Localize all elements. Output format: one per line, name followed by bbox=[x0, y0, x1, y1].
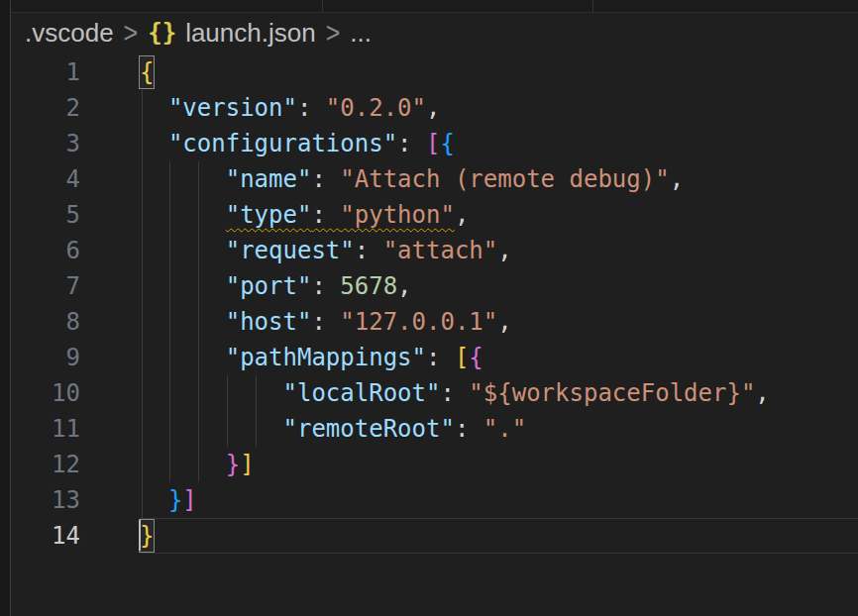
text-cursor bbox=[139, 520, 141, 551]
code-line-5[interactable]: 5 "type": "python", bbox=[11, 197, 858, 233]
token-key: "remoteRoot" bbox=[283, 415, 455, 443]
code-text: }] bbox=[140, 451, 255, 478]
token-pn: : bbox=[397, 130, 426, 157]
line-number[interactable]: 5 bbox=[11, 197, 80, 233]
token-str: "${workspaceFolder}" bbox=[469, 379, 755, 407]
token-b1-bracket-match: { bbox=[139, 55, 155, 89]
token-b2: [ bbox=[426, 130, 440, 157]
code-text: "host": "127.0.0.1", bbox=[140, 308, 512, 336]
code-content: "pathMappings": [{ bbox=[140, 340, 858, 375]
line-number[interactable]: 9 bbox=[11, 340, 80, 375]
code-line-4[interactable]: 4 "name": "Attach (remote debug)", bbox=[11, 161, 858, 197]
line-number[interactable]: 13 bbox=[11, 482, 80, 518]
line-number[interactable]: 2 bbox=[11, 90, 80, 126]
token-pn: : bbox=[440, 379, 469, 407]
breadcrumb: .vscode > {} launch.json > ... bbox=[11, 13, 858, 52]
token-key: "type" bbox=[226, 201, 312, 229]
tab-separator bbox=[322, 0, 323, 12]
code-line-2[interactable]: 2 "version": "0.2.0", bbox=[11, 90, 858, 126]
token-str: "attach" bbox=[383, 237, 498, 264]
code-content: "localRoot": "${workspaceFolder}", bbox=[140, 375, 858, 411]
code-editor[interactable]: 1{2 "version": "0.2.0",3 "configurations… bbox=[11, 54, 858, 554]
token-key: "host" bbox=[226, 308, 312, 336]
token-pn: : bbox=[311, 308, 340, 336]
line-number[interactable]: 3 bbox=[11, 126, 80, 161]
token-pn: , bbox=[497, 237, 511, 264]
code-content: } bbox=[140, 518, 858, 554]
token-str: "0.2.0" bbox=[326, 94, 426, 122]
token-str: "python" bbox=[340, 201, 455, 229]
code-content: "host": "127.0.0.1", bbox=[140, 304, 858, 340]
line-number[interactable]: 6 bbox=[11, 233, 80, 268]
token-key: "port" bbox=[226, 272, 312, 300]
code-text: { bbox=[140, 58, 154, 86]
code-line-13[interactable]: 13 }] bbox=[11, 482, 858, 518]
token-key: "name" bbox=[226, 165, 312, 193]
line-number[interactable]: 1 bbox=[11, 54, 80, 90]
code-text: } bbox=[140, 522, 154, 550]
token-pn: : bbox=[426, 344, 455, 371]
code-content: "version": "0.2.0", bbox=[140, 90, 858, 126]
token-pn: , bbox=[755, 379, 769, 407]
breadcrumb-file[interactable]: launch.json bbox=[185, 18, 316, 49]
code-content: "type": "python", bbox=[140, 197, 858, 233]
code-content: "configurations": [{ bbox=[140, 126, 858, 161]
code-content: }] bbox=[140, 482, 858, 518]
current-line-highlight bbox=[140, 518, 858, 554]
code-line-9[interactable]: 9 "pathMappings": [{ bbox=[11, 340, 858, 375]
code-line-7[interactable]: 7 "port": 5678, bbox=[11, 268, 858, 304]
code-line-12[interactable]: 12 }] bbox=[11, 447, 858, 482]
token-pn: , bbox=[497, 308, 511, 336]
token-b1: ] bbox=[240, 451, 254, 478]
token-key: "pathMappings" bbox=[226, 344, 426, 371]
token-b3: } bbox=[168, 486, 182, 514]
token-key: "configurations" bbox=[168, 130, 397, 157]
code-line-6[interactable]: 6 "request": "attach", bbox=[11, 233, 858, 268]
token-str: "." bbox=[483, 415, 526, 443]
token-b2: } bbox=[226, 451, 240, 478]
code-line-11[interactable]: 11 "remoteRoot": "." bbox=[11, 411, 858, 447]
line-number[interactable]: 4 bbox=[11, 161, 80, 197]
breadcrumb-symbol-more[interactable]: ... bbox=[350, 18, 372, 49]
token-pn: , bbox=[670, 165, 684, 193]
token-b3: { bbox=[440, 130, 454, 157]
code-text: "version": "0.2.0", bbox=[140, 94, 440, 122]
code-text: "pathMappings": [{ bbox=[140, 344, 483, 371]
code-content: "request": "attach", bbox=[140, 233, 858, 268]
code-content: "name": "Attach (remote debug)", bbox=[140, 161, 858, 197]
tab-bar[interactable] bbox=[11, 0, 858, 13]
chevron-right-icon: > bbox=[326, 16, 341, 49]
token-pn: , bbox=[455, 201, 469, 229]
token-pn: : bbox=[297, 94, 326, 122]
token-str: "Attach (remote debug)" bbox=[340, 165, 669, 193]
token-pn: , bbox=[426, 94, 440, 122]
token-pn: : bbox=[355, 237, 383, 264]
code-text: "configurations": [{ bbox=[140, 130, 455, 157]
line-number[interactable]: 7 bbox=[11, 268, 80, 304]
token-key: "localRoot" bbox=[283, 379, 441, 407]
code-line-1[interactable]: 1{ bbox=[11, 54, 858, 90]
code-content: }] bbox=[140, 447, 858, 482]
breadcrumb-folder[interactable]: .vscode bbox=[25, 18, 114, 49]
line-number[interactable]: 11 bbox=[11, 411, 80, 447]
code-text: "type": "python", bbox=[140, 201, 469, 229]
code-text: "port": 5678, bbox=[140, 272, 412, 300]
code-line-8[interactable]: 8 "host": "127.0.0.1", bbox=[11, 304, 858, 340]
line-number[interactable]: 14 bbox=[11, 518, 80, 554]
line-number[interactable]: 10 bbox=[11, 375, 80, 411]
token-pn: : bbox=[311, 165, 340, 193]
sidebar-edge bbox=[0, 0, 11, 616]
vscode-editor-window: .vscode > {} launch.json > ... 1{2 "vers… bbox=[0, 0, 858, 616]
token-pn: : bbox=[311, 272, 340, 300]
code-text: "name": "Attach (remote debug)", bbox=[140, 165, 684, 193]
chevron-right-icon: > bbox=[124, 16, 139, 49]
code-content: "remoteRoot": "." bbox=[140, 411, 858, 447]
code-line-3[interactable]: 3 "configurations": [{ bbox=[11, 126, 858, 161]
token-pn: : bbox=[311, 201, 340, 229]
line-number[interactable]: 12 bbox=[11, 447, 80, 482]
line-number[interactable]: 8 bbox=[11, 304, 80, 340]
token-pn: : bbox=[455, 415, 483, 443]
token-pn: , bbox=[397, 272, 411, 300]
code-line-10[interactable]: 10 "localRoot": "${workspaceFolder}", bbox=[11, 375, 858, 411]
code-line-14[interactable]: 14} bbox=[11, 518, 858, 554]
